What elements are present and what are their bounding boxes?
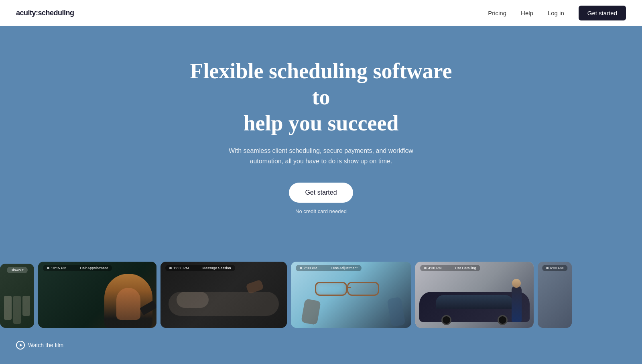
card-hair-label: Hair Appointment [80, 266, 108, 270]
card-lens-label: Lens Adjustment [331, 266, 358, 270]
hero-title: Flexible scheduling software to help you… [181, 58, 461, 136]
card-last[interactable]: 6:00 PM [538, 262, 572, 328]
no-credit-card-text: No credit card needed [295, 208, 347, 214]
card-lens[interactable]: 2:00 PM Lens Adjustment [291, 262, 411, 328]
nav-get-started-button[interactable]: Get started [579, 6, 626, 20]
nav-link-login[interactable]: Log in [548, 10, 564, 16]
card-hair-time: 10:15 PM [51, 266, 67, 270]
hero-subtitle: With seamless client scheduling, secure … [225, 146, 417, 166]
nav-link-pricing[interactable]: Pricing [488, 10, 506, 16]
card-massage-label: Massage Session [203, 266, 231, 270]
card-blowout-label: Blowout [10, 268, 23, 272]
card-blowout[interactable]: Blowout [0, 264, 34, 328]
watch-film-button[interactable]: Watch the film [16, 341, 63, 350]
card-car-label: Car Detailing [455, 266, 476, 270]
play-icon [16, 341, 25, 350]
card-massage-time: 12:30 PM [173, 266, 189, 270]
hero-get-started-button[interactable]: Get started [289, 183, 353, 203]
navbar: acuity:scheduling Pricing Help Log in Ge… [0, 0, 642, 26]
card-car-time: 4:30 PM [428, 266, 442, 270]
logo: acuity:scheduling [16, 9, 74, 17]
card-car[interactable]: 4:30 PM Car Detailing [415, 262, 534, 328]
card-last-time: 6:00 PM [550, 266, 564, 270]
card-lens-time: 2:00 PM [304, 266, 317, 270]
image-strip: Blowout 10:15 PM [0, 262, 642, 328]
nav-link-help[interactable]: Help [521, 10, 533, 16]
nav-links: Pricing Help Log in Get started [488, 6, 626, 20]
hero-section: Flexible scheduling software to help you… [0, 26, 642, 364]
play-triangle [20, 344, 22, 347]
watch-film-label: Watch the film [28, 342, 63, 348]
card-hair-appointment[interactable]: 10:15 PM Hair Appointment [38, 262, 156, 328]
card-massage[interactable]: 12:30 PM Massage Session [160, 262, 287, 328]
